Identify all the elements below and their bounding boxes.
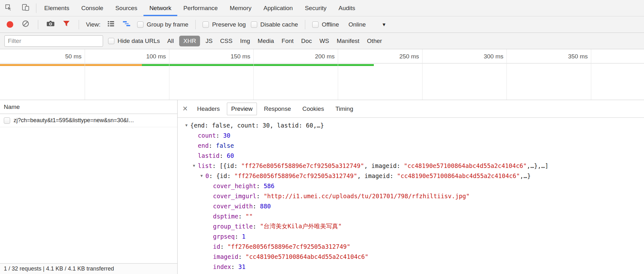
expand-arrow-icon[interactable]: ▼ (190, 164, 198, 168)
tab-application[interactable]: Application (258, 0, 299, 16)
waterfall-view-button[interactable] (121, 19, 132, 30)
tree-row[interactable]: cover_imgurl: "http://i1.umei.cc/uploads… (178, 191, 644, 201)
checkbox-label: Group by frame (147, 21, 188, 28)
json-num-segment: 586 (264, 182, 274, 189)
filter-type-doc[interactable]: Doc (299, 36, 314, 46)
json-key-segment: cover_height (213, 182, 256, 189)
expand-arrow-icon[interactable]: ▼ (198, 174, 205, 178)
group-by-frame-checkbox[interactable]: Group by frame (137, 21, 188, 28)
record-icon (7, 21, 13, 28)
tab-audits[interactable]: Audits (332, 0, 361, 16)
tab-elements[interactable]: Elements (38, 0, 75, 16)
filter-type-css[interactable]: CSS (218, 36, 235, 46)
divider (305, 20, 305, 29)
tree-row[interactable]: cover_width: 880 (178, 201, 644, 211)
detail-tab-response[interactable]: Response (259, 103, 295, 115)
json-key-segment: count (198, 132, 216, 139)
filter-type-font[interactable]: Font (279, 36, 296, 46)
json-plain-segment: : (256, 182, 264, 189)
filter-type-media[interactable]: Media (255, 36, 276, 46)
tree-row[interactable]: grpseq: 1 (178, 231, 644, 241)
tab-network[interactable]: Network (143, 0, 178, 16)
json-plain-segment: : (231, 263, 238, 270)
filter-type-other[interactable]: Other (365, 36, 384, 46)
disable-cache-checkbox[interactable]: Disable cache (251, 21, 298, 28)
tree-row[interactable]: dsptime: "" (178, 211, 644, 221)
request-type-filters: AllXHRJSCSSImgMediaFontDocWSManifestOthe… (165, 36, 384, 46)
checkbox-label: Offline (322, 21, 339, 28)
name-column-header[interactable]: Name (0, 100, 177, 114)
divider (38, 20, 38, 29)
detail-tab-cookies[interactable]: Cookies (298, 103, 329, 115)
checkbox-label: Disable cache (260, 21, 298, 28)
filter-type-manifest[interactable]: Manifest (335, 36, 362, 46)
json-num-segment: 31 (238, 263, 246, 270)
tree-row[interactable]: lastid: 60 (178, 151, 644, 161)
preserve-log-checkbox[interactable]: Preserve log (203, 21, 246, 28)
list-view-button[interactable] (106, 19, 116, 30)
tree-row[interactable]: imageid: "cc48190e57100864abc4d55a2c4104… (178, 252, 644, 262)
json-plain-segment: : (253, 203, 260, 210)
detail-tab-timing[interactable]: Timing (331, 103, 357, 115)
json-plain-segment: ,…} (520, 172, 531, 179)
throttling-select[interactable]: Online (349, 21, 366, 28)
json-key-segment: end (198, 142, 209, 149)
tree-row[interactable]: end: false (178, 140, 644, 151)
filter-type-img[interactable]: Img (238, 36, 252, 46)
json-str-segment: "http://i1.umei.cc/uploads/tu/201701/798… (264, 193, 470, 200)
detail-tab-preview[interactable]: Preview (227, 103, 257, 115)
json-str-segment: "ff276e8056f58896e7cf92505a312749" (241, 162, 364, 169)
throttling-caret-icon[interactable]: ▼ (382, 22, 386, 27)
request-list: zj?ch=beauty&t1=595&listtype=new&sn=30&l… (0, 114, 177, 127)
tree-row[interactable]: group_title: "台湾美女Kila户外唯美写真" (178, 221, 644, 231)
tree-row[interactable]: ▼{end: false, count: 30, lastid: 60,…} (178, 120, 644, 130)
tab-memory[interactable]: Memory (224, 0, 258, 16)
json-str-segment: "ff276e8056f58896e7cf92505a312749" (228, 243, 350, 250)
tree-row[interactable]: ▼0: {id: "ff276e8056f58896e7cf92505a3127… (178, 171, 644, 181)
tree-row[interactable]: index: 31 (178, 262, 644, 272)
expand-arrow-icon[interactable]: ▼ (183, 123, 190, 128)
tab-console[interactable]: Console (75, 0, 109, 16)
tree-row[interactable]: cover_height: 586 (178, 181, 644, 191)
filter-type-js[interactable]: JS (203, 36, 215, 46)
tab-security[interactable]: Security (299, 0, 333, 16)
checkbox-box (137, 21, 143, 28)
tree-row[interactable]: count: 30 (178, 130, 644, 140)
device-toolbar-icon (21, 3, 30, 13)
network-toolbar: View: Group by frame Preserve log Disabl… (0, 16, 644, 33)
hide-data-urls-checkbox[interactable]: Hide data URLs (108, 38, 160, 45)
device-toolbar-button[interactable] (17, 0, 34, 16)
filter-input[interactable] (4, 35, 103, 47)
json-plain-segment: : (209, 142, 216, 149)
tab-performance[interactable]: Performance (177, 0, 224, 16)
json-key-segment: cover_width (213, 203, 253, 210)
tab-sources[interactable]: Sources (109, 0, 143, 16)
tree-row[interactable]: id: "ff276e8056f58896e7cf92505a312749" (178, 241, 644, 252)
clear-icon (21, 19, 30, 30)
filter-toolbar: Hide data URLs AllXHRJSCSSImgMediaFontDo… (0, 33, 644, 49)
capture-screenshots-button[interactable] (45, 19, 56, 30)
filter-type-all[interactable]: All (165, 36, 176, 46)
json-plain-segment: ,…},…] (527, 162, 549, 169)
timeline-tick-label: 250 ms (375, 53, 419, 60)
json-num-segment: 880 (260, 203, 271, 210)
filter-type-xhr[interactable]: XHR (179, 36, 200, 46)
detail-tab-headers[interactable]: Headers (193, 103, 224, 115)
checkbox-box (108, 38, 114, 44)
offline-checkbox[interactable]: Offline (312, 21, 339, 28)
request-name: zj?ch=beauty&t1=595&listtype=new&sn=30&l… (14, 117, 134, 124)
timeline-grid-line (422, 49, 422, 100)
filter-button[interactable] (61, 19, 72, 30)
record-button[interactable] (4, 19, 15, 30)
timeline-grid-line (507, 49, 507, 100)
filter-type-ws[interactable]: WS (317, 36, 331, 46)
clear-button[interactable] (20, 19, 31, 30)
inspect-element-button[interactable] (0, 0, 17, 16)
timeline-tick-label: 100 ms (122, 53, 166, 60)
request-row[interactable]: zj?ch=beauty&t1=595&listtype=new&sn=30&l… (0, 114, 177, 127)
request-checkbox[interactable] (4, 117, 10, 124)
tree-row[interactable]: ▼list: [{id: "ff276e8056f58896e7cf92505a… (178, 161, 644, 171)
timeline-overview[interactable]: 50 ms100 ms150 ms200 ms250 ms300 ms350 m… (0, 49, 644, 100)
json-plain-segment: : (220, 152, 227, 159)
close-icon[interactable]: × (183, 104, 188, 113)
